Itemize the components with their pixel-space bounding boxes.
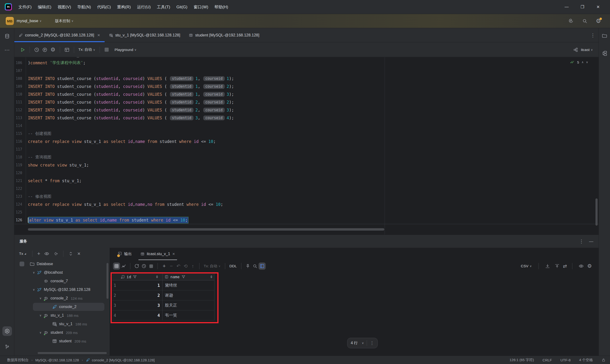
tree-row-student[interactable]: student209 ms (14, 337, 110, 345)
menu-item-3[interactable]: 导航(N) (74, 3, 94, 11)
hide-panel-icon[interactable]: — (589, 239, 593, 244)
menu-item-8[interactable]: Git(G) (173, 3, 190, 11)
panel-options-icon[interactable]: ⋮ (579, 239, 584, 244)
export-icon[interactable] (554, 262, 561, 270)
history-icon[interactable] (33, 46, 41, 54)
in-editor-results-icon[interactable] (63, 46, 71, 54)
row-count-pill[interactable]: 4 行 ∨ ⋮ (347, 338, 378, 348)
menu-item-1[interactable]: 编辑(E) (35, 3, 54, 11)
editor-vertical-scrollbar[interactable] (596, 198, 597, 226)
delete-row-icon[interactable]: − (168, 263, 175, 269)
tx-mode-select[interactable]: Tx: 自动∨ (77, 47, 97, 52)
maximize-button[interactable]: ❐ (577, 4, 588, 10)
view-options-eye-icon[interactable] (44, 251, 49, 256)
filter-panel-icon[interactable] (259, 262, 266, 270)
chart-view-icon[interactable] (120, 262, 127, 270)
breadcrumb-item-0[interactable]: 数据库控制台 (7, 358, 29, 362)
pill-more-icon[interactable]: ⋮ (370, 341, 374, 345)
auto-refresh-clock-icon[interactable] (140, 262, 147, 270)
breadcrumb-item-2[interactable]: console_2 [MySQL-@192.168.128.128] (86, 358, 155, 362)
tree-row-console_7[interactable]: console_7 (14, 277, 110, 286)
menu-item-10[interactable]: 帮助(H) (211, 3, 231, 11)
editor-tab-1[interactable]: stu_v_1 [MySQL-@192.168.128.128] (104, 28, 185, 42)
editor-tab-0[interactable]: console_2 [MySQL-@192.168.128.128]✕ (14, 28, 104, 42)
submit-reload-icon[interactable]: ⟲ (182, 264, 189, 269)
breadcrumb-item-1[interactable]: MySQL-@192.168.128.128 (35, 358, 79, 362)
prev-result-icon[interactable]: ∧ (581, 61, 584, 64)
close-tab-icon[interactable]: ✕ (172, 252, 175, 256)
view-eye-icon[interactable] (578, 262, 585, 270)
tree-row-console_2[interactable]: console_2 (14, 302, 110, 311)
playground-select[interactable]: Playground∨ (113, 48, 138, 52)
sql-editor[interactable]: 105create table student_course(106)comme… (14, 57, 598, 235)
ai-assistant-icon[interactable] (568, 18, 574, 24)
tree-row-Database[interactable]: Database (14, 260, 110, 268)
result-tab-1[interactable]: itcast.stu_v_1✕ (137, 248, 179, 260)
settings-gear-icon[interactable]: ⚙ (596, 18, 601, 24)
chevron-down-icon[interactable]: ∨ (38, 297, 43, 300)
pin-tab-icon[interactable] (244, 262, 251, 270)
grid-view-icon[interactable] (113, 262, 120, 270)
result-tab-0[interactable]: ↓输出 (114, 248, 135, 260)
editor-tab-2[interactable]: student [MySQL-@192.168.128.128] (184, 28, 263, 42)
tree-row-stu_v_1[interactable]: ∨stu_v_1188 ms (14, 311, 110, 320)
export-format-select[interactable]: CSV∨ (519, 264, 533, 268)
ddl-button[interactable]: DDL (228, 264, 238, 268)
find-icon[interactable] (251, 262, 259, 270)
new-console-icon[interactable] (53, 251, 58, 256)
menu-item-0[interactable]: 文件(F) (15, 3, 35, 11)
run-button[interactable] (19, 46, 27, 54)
gear-icon[interactable]: ⚙ (49, 46, 57, 54)
files-toolwindow-icon[interactable] (600, 31, 609, 40)
more-tool-windows-icon[interactable]: ⋯ (2, 45, 12, 55)
more-options-icon[interactable]: ⋮ (590, 33, 595, 38)
grid-tx-mode[interactable]: Tx: 自动∨ (202, 264, 222, 269)
chevron-down-icon[interactable]: ∨ (31, 271, 37, 274)
chevron-down-icon[interactable]: ∨ (38, 314, 43, 317)
structure-toolwindow-icon[interactable] (600, 49, 609, 58)
stop-refresh-button[interactable] (147, 262, 155, 270)
editor-horizontal-scrollbar[interactable] (28, 228, 384, 231)
caret-position[interactable]: 126:1 (65 字符) (509, 358, 534, 362)
menu-item-7[interactable]: 工具(T) (154, 3, 173, 11)
compare-icon[interactable]: ⇄ (563, 264, 567, 269)
tree-row-MySQL-@192.168.128.128[interactable]: ∨MySQL-@192.168.128.128 (14, 286, 110, 294)
services-toolwindow-icon[interactable] (2, 326, 12, 336)
grid-settings-gear-icon[interactable]: ⚙ (587, 263, 592, 269)
add-icon[interactable]: + (37, 251, 40, 256)
database-explorer-icon[interactable] (2, 31, 12, 41)
tree-row-@localhost[interactable]: ∨@localhost (14, 268, 110, 277)
vcs-widget[interactable]: 版本控制 ∨ (55, 19, 74, 24)
stop-button[interactable] (103, 46, 111, 54)
tree-row-console_2[interactable]: ∨console_2124 ms (14, 294, 110, 302)
chevron-down-icon[interactable]: ∨ (31, 288, 37, 291)
file-encoding[interactable]: UTF-8 (560, 358, 571, 362)
close-tab-icon[interactable]: ✕ (97, 33, 100, 37)
line-separator[interactable]: CRLF (543, 358, 552, 362)
tree-vertical-scrollbar[interactable] (106, 263, 108, 299)
unlock-icon[interactable] (601, 358, 606, 362)
refresh-icon[interactable] (133, 262, 140, 270)
collapse-all-icon[interactable]: ✕ (77, 252, 80, 256)
indent-style[interactable]: 4 个空格 (579, 358, 593, 362)
tree-row-stu_v_1[interactable]: stu_v_1188 ms (14, 320, 110, 328)
schema-select[interactable]: itcast∨ (580, 48, 594, 52)
search-everywhere-icon[interactable] (582, 18, 588, 24)
import-icon[interactable] (544, 262, 551, 270)
minimize-button[interactable]: — (561, 4, 572, 9)
project-switcher[interactable]: mysql_base ∨ (14, 19, 42, 23)
chevron-down-icon[interactable]: ∨ (38, 331, 43, 334)
tree-row-student[interactable]: ∨student209 ms (14, 328, 110, 337)
project-icon[interactable]: MB (6, 17, 14, 25)
menu-item-2[interactable]: 视图(V) (54, 3, 74, 11)
close-button[interactable]: ✕ (593, 4, 603, 10)
add-row-icon[interactable]: + (161, 263, 168, 269)
profile-icon[interactable] (41, 46, 49, 54)
menu-item-6[interactable]: 运行(U) (134, 3, 154, 11)
expand-all-icon[interactable] (68, 251, 73, 256)
tx-switch[interactable]: Tx◢ (18, 252, 27, 256)
datagrip-logo-icon[interactable]: DG (5, 3, 12, 11)
upload-changes-icon[interactable]: ↑ (189, 264, 196, 269)
menu-item-4[interactable]: 代码(C) (94, 3, 114, 11)
next-result-icon[interactable]: ∨ (586, 61, 588, 64)
